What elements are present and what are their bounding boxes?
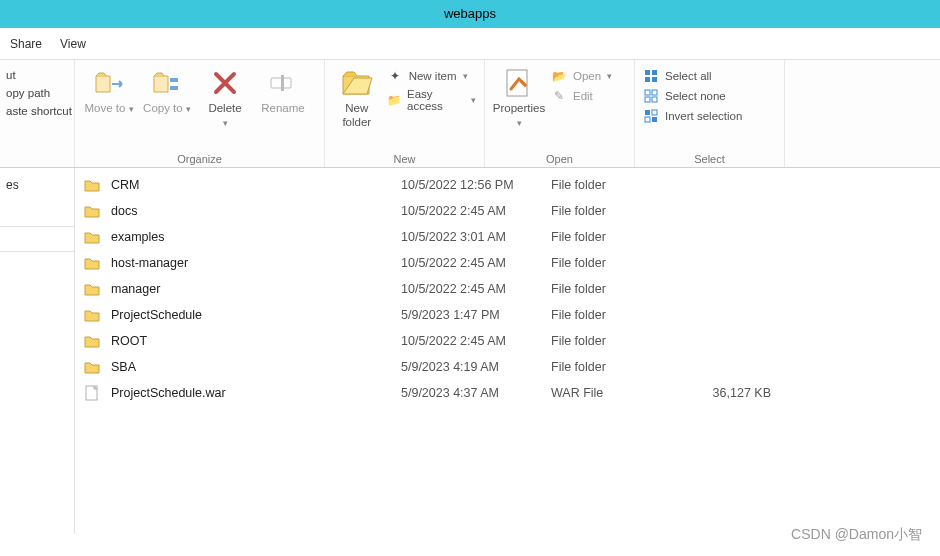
open-button[interactable]: 📂Open ▾ (551, 68, 612, 84)
new-group-label: New (325, 153, 484, 167)
table-row[interactable]: CRM10/5/2022 12:56 PMFile folder (75, 172, 940, 198)
edit-button[interactable]: ✎Edit (551, 88, 612, 104)
file-date: 10/5/2022 12:56 PM (401, 178, 551, 192)
folder-icon (83, 202, 101, 220)
delete-button[interactable]: Delete▾ (199, 64, 251, 130)
paste-shortcut-button[interactable]: aste shortcut (0, 102, 74, 120)
file-type: File folder (551, 282, 681, 296)
file-date: 5/9/2023 4:19 AM (401, 360, 551, 374)
folder-icon (83, 254, 101, 272)
tab-view[interactable]: View (60, 37, 86, 51)
table-row[interactable]: host-manager10/5/2022 2:45 AMFile folder (75, 250, 940, 276)
table-row[interactable]: ProjectSchedule5/9/2023 1:47 PMFile fold… (75, 302, 940, 328)
folder-icon (83, 306, 101, 324)
file-name: SBA (111, 360, 401, 374)
svg-rect-8 (652, 90, 657, 95)
file-date: 5/9/2023 4:37 AM (401, 386, 551, 400)
ribbon-clipboard-partial: ut opy path aste shortcut (0, 60, 75, 167)
nav-pane: es (0, 168, 75, 534)
svg-rect-14 (652, 117, 657, 122)
folder-icon (83, 228, 101, 246)
invert-selection-button[interactable]: Invert selection (643, 108, 742, 124)
new-item-icon: ✦ (387, 68, 403, 84)
move-to-icon (92, 66, 126, 100)
properties-button[interactable]: Properties▾ (493, 64, 545, 130)
table-row[interactable]: examples10/5/2022 3:01 AMFile folder (75, 224, 940, 250)
svg-rect-4 (652, 70, 657, 75)
nav-item[interactable]: es (0, 174, 74, 196)
edit-icon: ✎ (551, 88, 567, 104)
svg-rect-6 (652, 77, 657, 82)
copy-to-icon (150, 66, 184, 100)
folder-icon (83, 358, 101, 376)
folder-icon (83, 280, 101, 298)
svg-rect-13 (645, 117, 650, 122)
ribbon: ut opy path aste shortcut Move to ▾ Copy… (0, 60, 940, 168)
copy-to-button[interactable]: Copy to ▾ (141, 64, 193, 116)
select-none-icon (643, 88, 659, 104)
file-icon (83, 384, 101, 402)
new-item-button[interactable]: ✦New item ▾ (387, 68, 476, 84)
open-group-label: Open (485, 153, 634, 167)
file-type: File folder (551, 230, 681, 244)
file-date: 5/9/2023 1:47 PM (401, 308, 551, 322)
table-row[interactable]: ROOT10/5/2022 2:45 AMFile folder (75, 328, 940, 354)
file-type: File folder (551, 360, 681, 374)
tab-share[interactable]: Share (10, 37, 42, 51)
table-row[interactable]: SBA5/9/2023 4:19 AMFile folder (75, 354, 940, 380)
table-row[interactable]: manager10/5/2022 2:45 AMFile folder (75, 276, 940, 302)
folder-icon (83, 176, 101, 194)
file-name: CRM (111, 178, 401, 192)
file-name: ProjectSchedule (111, 308, 401, 322)
file-type: WAR File (551, 386, 681, 400)
table-row[interactable]: ProjectSchedule.war5/9/2023 4:37 AMWAR F… (75, 380, 940, 406)
tab-bar: Share View (0, 28, 940, 60)
file-list[interactable]: CRM10/5/2022 12:56 PMFile folderdocs10/5… (75, 168, 940, 534)
svg-rect-10 (652, 97, 657, 102)
file-date: 10/5/2022 2:45 AM (401, 334, 551, 348)
organize-group-label: Organize (75, 153, 324, 167)
svg-rect-1 (281, 75, 284, 91)
move-to-button[interactable]: Move to ▾ (83, 64, 135, 116)
properties-icon (502, 66, 536, 100)
easy-access-icon: 📁 (387, 92, 401, 108)
table-row[interactable]: docs10/5/2022 2:45 AMFile folder (75, 198, 940, 224)
file-size: 36,127 KB (681, 386, 771, 400)
new-folder-icon (340, 66, 374, 100)
file-type: File folder (551, 204, 681, 218)
file-type: File folder (551, 334, 681, 348)
rename-icon (266, 66, 300, 100)
select-group-label: Select (635, 153, 784, 167)
select-none-button[interactable]: Select none (643, 88, 742, 104)
file-name: manager (111, 282, 401, 296)
window-title: webapps (0, 0, 940, 28)
copy-path-button[interactable]: opy path (0, 84, 74, 102)
file-name: ProjectSchedule.war (111, 386, 401, 400)
svg-rect-11 (645, 110, 650, 115)
svg-rect-9 (645, 97, 650, 102)
invert-selection-icon (643, 108, 659, 124)
file-date: 10/5/2022 3:01 AM (401, 230, 551, 244)
svg-rect-12 (652, 110, 657, 115)
select-all-icon (643, 68, 659, 84)
svg-rect-7 (645, 90, 650, 95)
svg-rect-3 (645, 70, 650, 75)
cut-button[interactable]: ut (0, 66, 74, 84)
file-name: host-manager (111, 256, 401, 270)
new-folder-button[interactable]: New folder (333, 64, 381, 130)
file-name: examples (111, 230, 401, 244)
rename-button[interactable]: Rename (257, 64, 309, 116)
delete-icon (208, 66, 242, 100)
file-type: File folder (551, 256, 681, 270)
file-type: File folder (551, 308, 681, 322)
easy-access-button[interactable]: 📁Easy access ▾ (387, 88, 476, 112)
watermark: CSDN @Damon小智 (791, 526, 922, 544)
file-name: docs (111, 204, 401, 218)
select-all-button[interactable]: Select all (643, 68, 742, 84)
svg-rect-5 (645, 77, 650, 82)
folder-icon (83, 332, 101, 350)
file-date: 10/5/2022 2:45 AM (401, 204, 551, 218)
open-icon: 📂 (551, 68, 567, 84)
file-date: 10/5/2022 2:45 AM (401, 256, 551, 270)
file-date: 10/5/2022 2:45 AM (401, 282, 551, 296)
